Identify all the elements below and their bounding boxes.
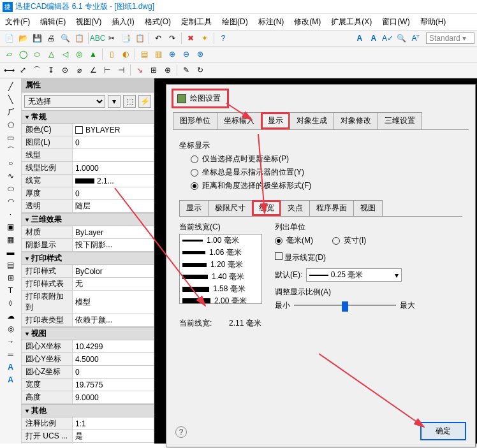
text-spell-icon[interactable]: A✓ [381, 32, 394, 45]
prop-row[interactable]: 打印样式表无 [22, 278, 154, 291]
menu-window[interactable]: 窗口(W) [379, 15, 412, 29]
polygon-icon[interactable]: ⬠ [5, 119, 17, 131]
preview-icon[interactable]: 🔍 [59, 32, 71, 45]
prop-row[interactable]: 颜色(C)BYLAYER [22, 124, 154, 136]
subtab-lineweight[interactable]: 线宽 [252, 200, 281, 216]
dim-update-icon[interactable]: ↻ [194, 64, 207, 76]
pyramid-icon[interactable]: ▲ [87, 48, 99, 61]
help-icon[interactable]: ? [217, 32, 230, 45]
group-general[interactable]: ▾常规 [22, 110, 154, 124]
radio-polar[interactable]: 距离和角度选择的极坐标形式(F) [191, 180, 462, 191]
redo-icon[interactable]: ↷ [166, 32, 179, 45]
filter-icon[interactable]: ▾ [108, 95, 121, 108]
ellipse-icon[interactable]: ⬭ [5, 183, 17, 194]
prop-row[interactable]: 打开 UCS ...是 [22, 430, 154, 443]
subtab-limits[interactable]: 极限尺寸 [208, 200, 253, 216]
find-icon[interactable]: 🔍 [395, 32, 408, 45]
radio-inch[interactable]: 英寸(I) [332, 235, 366, 246]
prop-row[interactable]: 阴影显示投下阴影... [22, 239, 154, 252]
revolve-icon[interactable]: ◐ [119, 48, 132, 61]
wipeout-icon[interactable]: ◊ [5, 298, 17, 309]
tab-3d[interactable]: 三维设置 [378, 112, 422, 129]
revcloud-icon[interactable]: ☁ [5, 310, 17, 322]
lw-item[interactable]: 1.00 毫米 [180, 235, 261, 247]
ray-icon[interactable]: → [5, 336, 17, 347]
undo-icon[interactable]: ↶ [152, 32, 165, 45]
dim-dia-icon[interactable]: ⌀ [73, 64, 85, 76]
ellipse-arc-icon[interactable]: ◠ [5, 196, 17, 207]
prop-row[interactable]: 打印表类型依赖于颜... [22, 314, 154, 327]
group-view[interactable]: ▾视图 [22, 327, 154, 340]
open-icon[interactable]: 📂 [17, 32, 29, 45]
text-tool-icon[interactable]: A [5, 361, 17, 373]
group-threeD[interactable]: ▾三维效果 [22, 213, 154, 226]
selection-combo[interactable]: 无选择 [24, 95, 105, 108]
extrude-icon[interactable]: ▯ [105, 48, 118, 61]
rect-icon[interactable]: ▭ [5, 132, 17, 143]
copy-icon[interactable]: 📑 [119, 32, 132, 45]
tab-coord-input[interactable]: 坐标输入 [217, 112, 261, 129]
dialog-help-icon[interactable]: ? [175, 426, 187, 438]
arc-icon[interactable]: ⌒ [5, 145, 17, 156]
lw-item[interactable]: 1.20 毫米 [180, 259, 261, 271]
dim-cont-icon[interactable]: ⊣ [115, 64, 128, 76]
menu-format[interactable]: 格式(O) [142, 15, 173, 29]
tab-units[interactable]: 图形单位 [173, 112, 217, 129]
xline-icon[interactable]: ╲ [5, 94, 17, 105]
dim-aligned-icon[interactable]: ⤢ [17, 64, 29, 76]
paste-icon[interactable]: 📋 [133, 32, 146, 45]
mline-icon[interactable]: ═ [5, 349, 17, 360]
dim-ord-icon[interactable]: ↧ [45, 64, 57, 76]
sphere-icon[interactable]: ◯ [17, 48, 29, 61]
subtab-display[interactable]: 显示 [179, 200, 209, 216]
menu-modify[interactable]: 修改(M) [291, 15, 323, 29]
dim-base-icon[interactable]: ⊢ [101, 64, 114, 76]
prop-row[interactable]: 圆心X坐标10.4299 [22, 340, 154, 353]
check-show-lw[interactable]: 显示线宽(D) [275, 252, 462, 263]
text-a-icon[interactable]: A [353, 32, 366, 45]
menu-help[interactable]: 帮助(H) [418, 15, 449, 29]
save-icon[interactable]: 💾 [31, 32, 43, 45]
group-print[interactable]: ▾打印样式 [22, 252, 154, 265]
menu-edit[interactable]: 编辑(E) [38, 15, 68, 29]
section-icon[interactable]: ▤ [138, 48, 150, 61]
prop-row[interactable]: 圆心Z坐标0 [22, 366, 154, 379]
menu-dim[interactable]: 标注(N) [256, 15, 287, 29]
block-icon[interactable]: ▣ [5, 221, 17, 233]
region-icon[interactable]: ▬ [5, 247, 17, 258]
prop-row[interactable]: 打印样式ByColor [22, 265, 154, 278]
pick-icon[interactable]: ⬚ [123, 95, 136, 108]
pline-icon[interactable]: ⺁ [5, 106, 17, 118]
menu-insert[interactable]: 插入(I) [109, 15, 136, 29]
prop-row[interactable]: 线型 [22, 149, 154, 162]
lw-item[interactable]: 1.06 毫米 [180, 247, 261, 259]
lw-item[interactable]: 1.58 毫米 [180, 283, 261, 295]
dim-edit-icon[interactable]: ✎ [180, 64, 193, 76]
new-icon[interactable]: 📄 [3, 32, 15, 45]
menu-view[interactable]: 视图(V) [73, 15, 104, 29]
radio-mm[interactable]: 毫米(M) [275, 235, 313, 246]
style-combo[interactable]: Standard ▾ [426, 33, 474, 44]
point-icon[interactable]: · [5, 208, 17, 220]
wedge-icon[interactable]: ◁ [59, 48, 71, 61]
ok-button[interactable]: 确定 [420, 422, 466, 440]
text-a2-icon[interactable]: A [367, 32, 380, 45]
subtract-icon[interactable]: ⊖ [180, 48, 193, 61]
line-icon[interactable]: ╱ [5, 81, 17, 92]
hatch-icon[interactable]: ▦ [5, 234, 17, 245]
prop-row[interactable]: 高度9.0000 [22, 391, 154, 404]
prop-row[interactable]: 材质ByLayer [22, 226, 154, 239]
cyl-icon[interactable]: ⬭ [31, 48, 43, 61]
text-tool2-icon[interactable]: A [5, 374, 17, 386]
dim-arc-icon[interactable]: ⌒ [31, 64, 43, 76]
prop-row[interactable]: 宽度19.7575 [22, 379, 154, 391]
prop-row[interactable]: 注释比例1:1 [22, 417, 154, 430]
plot-icon[interactable]: 📋 [73, 32, 85, 45]
lineweight-list[interactable]: 1.00 毫米1.06 毫米1.20 毫米1.40 毫米1.58 毫米2.00 … [179, 234, 262, 304]
erase-icon[interactable]: ✖ [184, 32, 197, 45]
quick-icon[interactable]: ⚡ [138, 95, 151, 108]
default-lw-combo[interactable]: 0.25 毫米▾ [306, 268, 402, 282]
radio-always-show[interactable]: 坐标总是显示指示器的位置(Y) [191, 167, 462, 178]
prop-row[interactable]: 在原点显...是 [22, 443, 154, 444]
slice-icon[interactable]: ▥ [152, 48, 165, 61]
